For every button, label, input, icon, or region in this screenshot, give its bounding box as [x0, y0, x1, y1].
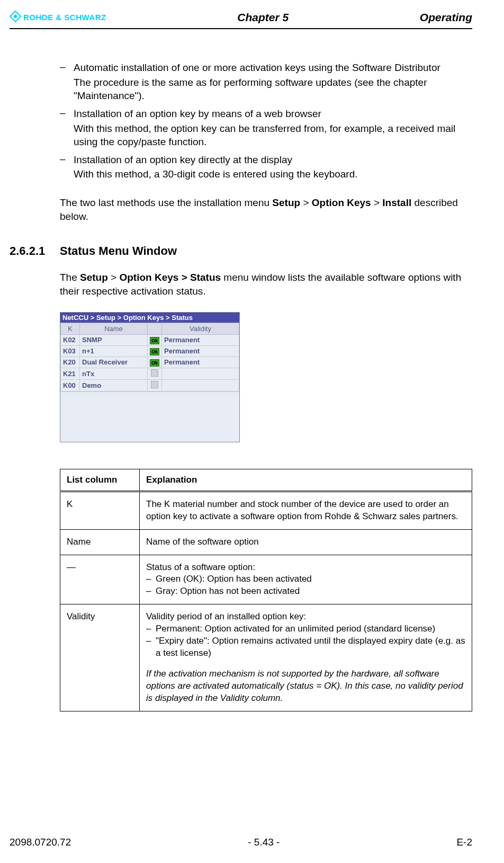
section-label: Operating	[420, 11, 472, 24]
table-row: K02 SNMP Ok Permanent	[61, 334, 239, 345]
bullet-subtext: With this method, a 30-digit code is ent…	[74, 167, 472, 181]
chapter-label: Chapter 5	[106, 11, 420, 24]
table-row: K00 Demo	[61, 379, 239, 391]
nav-paragraph: The two last methods use the installatio…	[60, 196, 472, 223]
table-row: Name Name of the software option	[60, 529, 472, 555]
list-item: – Automatic installation of one or more …	[60, 61, 472, 75]
table-header-row: List column Explanation	[60, 469, 472, 491]
ok-badge: Ok	[150, 348, 159, 355]
bullet-dash-icon: –	[60, 153, 74, 167]
brand-diamond-icon	[10, 11, 21, 24]
exp-header-col: List column	[60, 469, 140, 491]
bullet-subtext: The procedure is the same as for perform…	[74, 76, 472, 103]
brand-text: ROHDE & SCHWARZ	[23, 13, 106, 22]
heading-text: Status Menu Window	[60, 244, 177, 258]
table-header-row: K Name Validity	[61, 323, 239, 334]
table-row: K The K material number and stock number…	[60, 491, 472, 529]
page-footer: 2098.0720.72 - 5.43 - E-2	[10, 837, 472, 848]
bullet-text: Automatic installation of one or more ac…	[74, 61, 440, 75]
list-item: – Installation of an option key directly…	[60, 153, 472, 167]
table-row: — Status of a software option: –Green (O…	[60, 555, 472, 604]
bullet-text: Installation of an option key by means o…	[74, 107, 321, 121]
screenshot-title: NetCCU > Setup > Option Keys > Status	[60, 313, 239, 323]
gray-badge	[151, 369, 158, 377]
explanation-table: List column Explanation K The K material…	[60, 469, 472, 711]
bullet-subtext: With this method, the option key can be …	[74, 122, 472, 149]
bullet-dash-icon: –	[60, 61, 74, 75]
section-heading: 2.6.2.1 Status Menu Window	[10, 244, 472, 258]
status-table: K Name Validity K02 SNMP Ok Permanent K0…	[60, 323, 239, 392]
page-header: ROHDE & SCHWARZ Chapter 5 Operating	[10, 11, 472, 29]
ok-badge: Ok	[150, 337, 159, 344]
col-validity-header: Validity	[162, 323, 239, 334]
brand-logo: ROHDE & SCHWARZ	[10, 11, 106, 24]
gray-badge	[151, 381, 158, 388]
screenshot-empty	[60, 392, 239, 442]
footer-center: - 5.43 -	[248, 837, 280, 848]
footer-left: 2098.0720.72	[10, 837, 71, 848]
heading-number: 2.6.2.1	[10, 244, 60, 258]
col-status-header	[148, 323, 162, 334]
section-intro: The Setup > Option Keys > Status menu wi…	[60, 271, 472, 298]
bullet-text: Installation of an option key directly a…	[74, 153, 292, 167]
table-row: K21 nTx	[61, 368, 239, 379]
col-k-header: K	[61, 323, 80, 334]
col-name-header: Name	[80, 323, 148, 334]
ok-badge: Ok	[150, 359, 159, 367]
status-screenshot: NetCCU > Setup > Option Keys > Status K …	[60, 312, 240, 442]
list-item: – Installation of an option key by means…	[60, 107, 472, 121]
exp-header-exp: Explanation	[140, 469, 472, 491]
footer-right: E-2	[456, 837, 472, 848]
table-row: Validity Validity period of an installed…	[60, 604, 472, 711]
table-row: K20 Dual Receiver Ok Permanent	[61, 357, 239, 368]
bullet-dash-icon: –	[60, 107, 74, 121]
intro-bullets: – Automatic installation of one or more …	[60, 61, 472, 181]
svg-point-1	[14, 15, 17, 18]
table-row: K03 n+1 Ok Permanent	[61, 345, 239, 357]
